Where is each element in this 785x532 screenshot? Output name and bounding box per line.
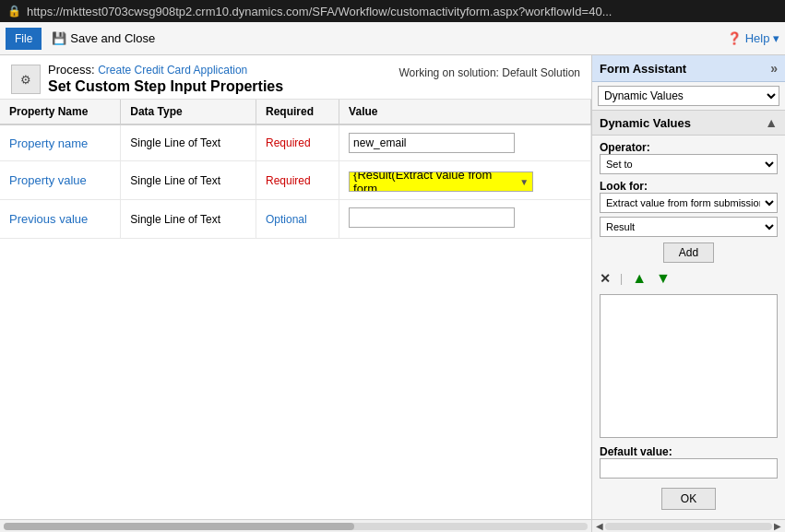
fa-main-dropdown[interactable]: Dynamic Values [598, 86, 779, 106]
add-button[interactable]: Add [663, 242, 714, 263]
dynamic-dropdown-arrow: ▼ [519, 177, 529, 187]
working-on-label: Working on solution: Default Solution [398, 66, 580, 79]
col-value: Value [339, 100, 591, 124]
col-data-type: Data Type [121, 100, 256, 124]
value-input-1[interactable] [349, 133, 515, 153]
default-value-section: Default value: [600, 443, 778, 479]
process-prefix: Process: [48, 63, 98, 77]
table-row: Property value Single Line of Text Requi… [0, 161, 591, 200]
icon-row: ✕ | ▲ ▼ [600, 268, 778, 289]
look-for-dropdown[interactable]: Extract value from form submission [600, 193, 778, 213]
dynamic-values-section: Dynamic Values ▲ Operator: Set to Look f… [592, 111, 785, 519]
fa-dropdown-row: Dynamic Values [592, 82, 785, 111]
save-close-button[interactable]: 💾 Save and Close [45, 29, 161, 48]
required-cell: Required [256, 124, 339, 161]
main-panel: ⚙ Process: Create Credit Card Applicatio… [0, 55, 591, 532]
horizontal-scrollbar-right[interactable]: ◀ ▶ [592, 519, 785, 532]
form-assistant-header: Form Assistant » [592, 55, 785, 82]
default-value-input[interactable] [600, 458, 778, 479]
header: ⚙ Process: Create Credit Card Applicatio… [0, 55, 591, 100]
save-close-label: Save and Close [70, 31, 155, 45]
value-empty[interactable] [349, 207, 515, 228]
col-required: Required [256, 100, 339, 124]
default-value-label: Default value: [600, 445, 778, 458]
toolbar: File 💾 Save and Close ❓ Help ▾ [0, 22, 785, 55]
value-cell-2: {Result(Extract value from form ▼ [339, 161, 591, 200]
table-row: Previous value Single Line of Text Optio… [0, 200, 591, 239]
operator-dropdown[interactable]: Set to [600, 154, 778, 174]
ok-button[interactable]: OK [661, 488, 716, 510]
header-text: Process: Create Credit Card Application … [48, 63, 283, 95]
lock-icon: 🔒 [7, 5, 21, 18]
data-type-cell: Single Line of Text [121, 124, 256, 161]
data-type-cell-3: Single Line of Text [121, 200, 256, 239]
form-assistant-title: Form Assistant [600, 62, 686, 76]
title-bar: 🔒 https://mkttest0703cwsg908tp2.crm10.dy… [0, 0, 785, 22]
dynamic-values-textarea[interactable] [600, 294, 778, 438]
url-text: https://mkttest0703cwsg908tp2.crm10.dyna… [27, 5, 778, 18]
prop-name-link-3[interactable]: Previous value [9, 212, 88, 226]
gear-icon: ⚙ [11, 65, 41, 94]
dv-header: Dynamic Values ▲ [592, 111, 785, 136]
look-for-section: Look for: Extract value from form submis… [600, 180, 778, 237]
optional-cell: Optional [256, 200, 339, 239]
move-down-icon[interactable]: ▼ [656, 270, 671, 287]
value-cell-3 [339, 200, 591, 239]
toolbar-right: ❓ Help ▾ [727, 31, 779, 45]
form-assistant-panel: Form Assistant » Dynamic Values Dynamic … [591, 55, 785, 532]
look-for-label: Look for: [600, 180, 778, 193]
horizontal-scrollbar-main[interactable] [0, 519, 591, 532]
process-link[interactable]: Create Credit Card Application [98, 64, 247, 77]
operator-section: Operator: Set to [600, 141, 778, 174]
page-title: Set Custom Step Input Properties [48, 78, 283, 95]
scroll-left-arrow[interactable]: ◀ [596, 521, 603, 531]
help-icon: ❓ [727, 31, 742, 45]
file-button[interactable]: File [6, 28, 42, 50]
value-cell [339, 124, 591, 161]
prop-name-link[interactable]: Property name [9, 136, 88, 150]
scroll-right-arrow[interactable]: ▶ [774, 521, 781, 531]
properties-table: Property Name Data Type Required Value P… [0, 100, 591, 519]
scroll-track[interactable] [4, 523, 588, 530]
scroll-right-track[interactable] [605, 523, 772, 530]
content-area: ⚙ Process: Create Credit Card Applicatio… [0, 55, 785, 532]
col-property-name: Property Name [0, 100, 121, 124]
delete-icon[interactable]: ✕ [600, 271, 611, 286]
dynamic-value-text: {Result(Extract value from form [353, 171, 517, 192]
help-label[interactable]: Help ▾ [745, 31, 779, 45]
save-icon: 💾 [52, 31, 66, 45]
scroll-thumb[interactable] [4, 523, 354, 530]
dynamic-value-btn[interactable]: {Result(Extract value from form ▼ [349, 171, 533, 192]
form-assistant-expand-icon[interactable]: » [770, 61, 778, 76]
table-row: Property name Single Line of Text Requir… [0, 124, 591, 161]
operator-label: Operator: [600, 141, 778, 154]
data-type-cell-2: Single Line of Text [121, 161, 256, 200]
move-up-icon[interactable]: ▲ [632, 270, 647, 287]
process-breadcrumb: Process: Create Credit Card Application [48, 63, 283, 77]
dv-collapse-icon[interactable]: ▲ [765, 115, 778, 130]
required-cell-2: Required [256, 161, 339, 200]
result-dropdown[interactable]: Result [600, 217, 778, 237]
dv-title: Dynamic Values [600, 116, 691, 130]
dv-content: Operator: Set to Look for: Extract value… [592, 136, 785, 519]
prop-name-link-2[interactable]: Property value [9, 173, 87, 187]
header-left: ⚙ Process: Create Credit Card Applicatio… [11, 63, 283, 95]
